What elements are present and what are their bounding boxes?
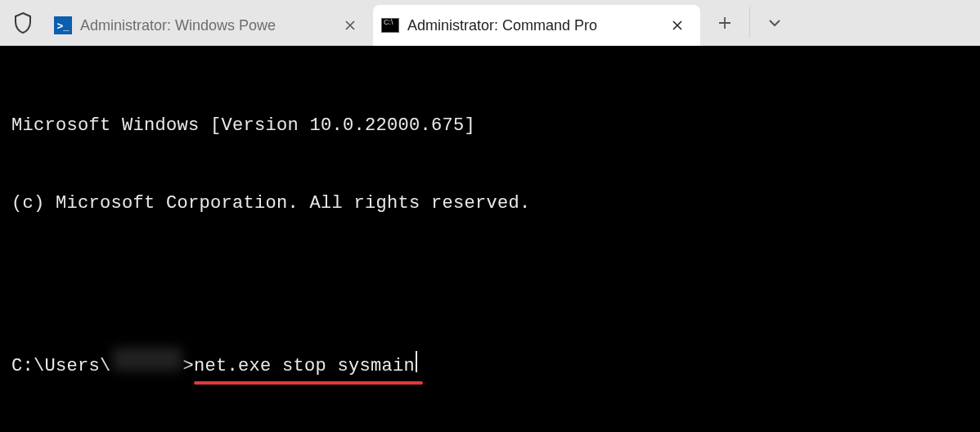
cmd-icon: C:\ [381, 16, 399, 34]
new-tab-button[interactable] [700, 0, 749, 45]
tab-title: Administrator: Windows Powe [80, 17, 330, 34]
close-icon[interactable] [339, 14, 362, 37]
tab-title: Administrator: Command Pro [407, 17, 658, 34]
command-text: net.exe stop sysmain [194, 353, 415, 380]
annotation-underline [194, 381, 423, 385]
close-icon[interactable] [666, 14, 689, 37]
prompt-line: C:\Users\>net.exe stop sysmain [11, 348, 969, 380]
prompt-prefix: C:\Users\ [11, 353, 111, 380]
terminal-output[interactable]: Microsoft Windows [Version 10.0.22000.67… [0, 46, 980, 432]
tab-bar: >_ Administrator: Windows Powe C:\ Admin… [0, 0, 980, 46]
tab-cmd[interactable]: C:\ Administrator: Command Pro [373, 5, 700, 46]
powershell-icon: >_ [54, 16, 72, 34]
shield-icon [0, 0, 46, 45]
terminal-line: Microsoft Windows [Version 10.0.22000.67… [11, 113, 969, 139]
text-cursor [416, 351, 417, 372]
tab-powershell[interactable]: >_ Administrator: Windows Powe [46, 5, 373, 46]
blank-line [11, 269, 969, 295]
terminal-line: (c) Microsoft Corporation. All rights re… [11, 191, 969, 217]
redacted-username [113, 348, 182, 371]
tab-dropdown[interactable] [750, 0, 799, 45]
prompt-suffix: > [183, 353, 195, 380]
